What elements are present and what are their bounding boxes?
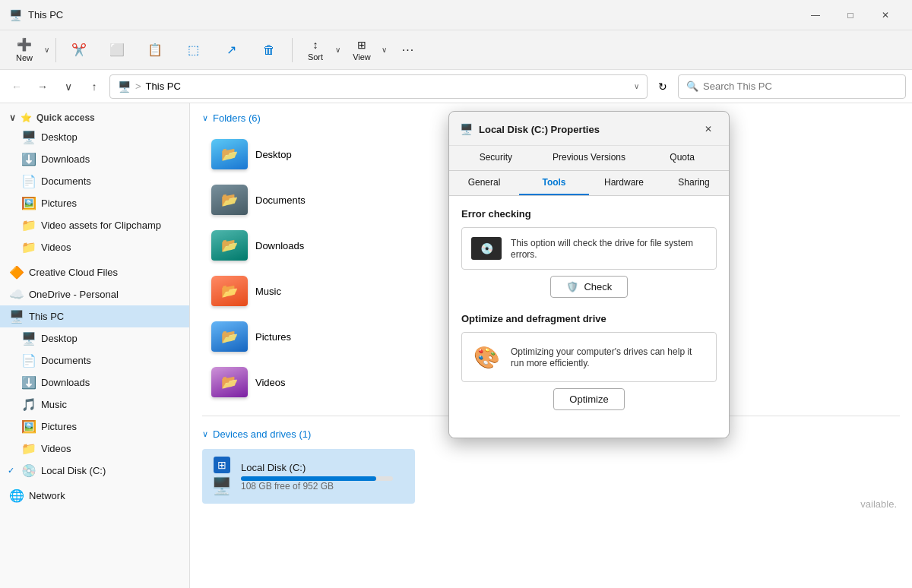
sidebar-item-pictures[interactable]: 🖼️ Pictures 📌 (0, 192, 189, 214)
content-area: ∨ Folders (6) 📂 Desktop 📂 Documents 📂 Do… (190, 103, 912, 588)
delete-icon: 🗑 (263, 43, 275, 57)
tab-sharing[interactable]: Sharing (659, 171, 729, 195)
forward-button[interactable]: → (32, 76, 53, 97)
optimize-section-title: Optimize and defragment drive (461, 313, 717, 324)
path-dropdown-arrow[interactable]: ∨ (634, 82, 639, 90)
sidebar-item-onedrive[interactable]: ☁️ OneDrive - Personal (0, 283, 189, 305)
sidebar-item-documents2[interactable]: 📄 Documents (0, 349, 189, 371)
rename-icon: ⬚ (188, 43, 199, 57)
folder-item-desktop[interactable]: 📂 Desktop (202, 133, 369, 175)
folders-chevron: ∨ (202, 113, 208, 123)
view-button-group[interactable]: ⊞ View ∨ (344, 33, 388, 67)
sidebar-item-thispc[interactable]: 🖥️ This PC (0, 305, 189, 327)
app-icon: 🖥️ (9, 9, 22, 21)
folder-icon-videos: 📂 (221, 374, 238, 390)
sidebar-item-documents[interactable]: 📄 Documents 📌 (0, 170, 189, 192)
tab-tools[interactable]: Tools (519, 171, 589, 195)
dialog-tabs-row2: General Tools Hardware Sharing (449, 171, 729, 196)
minimize-button[interactable]: — (798, 3, 833, 27)
sidebar-item-videos[interactable]: 📁 Videos (0, 236, 189, 258)
sort-button-group[interactable]: ↕ Sort ∨ (297, 33, 342, 67)
check-btn-label: Check (584, 281, 612, 292)
new-dropdown-arrow[interactable]: ∨ (43, 46, 51, 54)
paste-button[interactable]: 📋 (137, 33, 173, 67)
error-checking-box: 💿 This option will check the drive for f… (461, 227, 717, 270)
recent-locations-button[interactable]: ∨ (58, 76, 79, 97)
pictures2-icon: 🖼️ (21, 419, 35, 434)
desktop2-icon: 🖥️ (21, 331, 35, 346)
search-input[interactable] (703, 81, 898, 92)
sidebar-item-network[interactable]: 🌐 Network (0, 485, 189, 507)
maximize-button[interactable]: □ (833, 3, 868, 27)
sidebar-item-creative-cloud[interactable]: 🔶 Creative Cloud Files (0, 261, 189, 283)
sidebar-item-downloads2[interactable]: ⬇️ Downloads (0, 371, 189, 394)
view-icon: ⊞ (357, 39, 366, 51)
localdisk-icon: 💿 (21, 463, 35, 478)
dialog-titlebar: 🖥️ Local Disk (C:) Properties ✕ (449, 112, 729, 146)
quick-access-header[interactable]: ∨ ⭐ Quick access (0, 109, 189, 126)
paste-icon: 📋 (147, 43, 163, 57)
check-button[interactable]: 🛡️ Check (550, 276, 628, 298)
folder-label-music: Music (255, 286, 281, 297)
search-icon: 🔍 (686, 81, 698, 92)
view-label: View (353, 52, 371, 62)
view-dropdown-arrow[interactable]: ∨ (380, 46, 388, 54)
tab-hardware[interactable]: Hardware (589, 171, 659, 195)
properties-dialog: 🖥️ Local Disk (C:) Properties ✕ Security… (448, 111, 730, 438)
sidebar-item-videos2[interactable]: 📁 Videos (0, 438, 189, 460)
sidebar-item-downloads[interactable]: ⬇️ Downloads 📌 (0, 148, 189, 170)
main-layout: ∨ ⭐ Quick access 🖥️ Desktop 📌 ⬇️ Downloa… (0, 103, 912, 588)
tab-general[interactable]: General (449, 171, 519, 195)
rename-button[interactable]: ⬚ (175, 33, 211, 67)
new-button[interactable]: ➕ New (6, 33, 43, 67)
sort-label: Sort (308, 52, 323, 62)
cut-button[interactable]: ✂️ (61, 33, 97, 67)
delete-button[interactable]: 🗑 (251, 33, 287, 67)
pictures-icon: 🖼️ (21, 196, 35, 210)
share-button[interactable]: ↗ (213, 33, 249, 67)
folder-label-downloads: Downloads (255, 240, 304, 251)
quick-access-icon: ⭐ (21, 112, 32, 123)
more-options-button[interactable]: ··· (390, 33, 426, 67)
device-item-localdisk[interactable]: ⊞ 🖥️ Local Disk (C:) 108 GB free of 952 … (202, 449, 415, 504)
dialog-close-button[interactable]: ✕ (698, 119, 718, 139)
tab-security[interactable]: Security (449, 146, 543, 170)
folder-item-pictures[interactable]: 📂 Pictures (202, 315, 369, 358)
sidebar-item-desktop[interactable]: 🖥️ Desktop 📌 (0, 126, 189, 148)
optimize-text: Optimizing your computer's drives can he… (511, 346, 707, 368)
sort-dropdown-arrow[interactable]: ∨ (334, 46, 342, 54)
view-button[interactable]: ⊞ View (344, 33, 380, 67)
search-box[interactable]: 🔍 (678, 74, 906, 99)
tab-quota[interactable]: Quota (635, 146, 729, 170)
tab-previous-versions[interactable]: Previous Versions (543, 146, 636, 170)
device-name: Local Disk (C:) (241, 462, 406, 473)
address-path-box[interactable]: 🖥️ > This PC ∨ (109, 74, 648, 99)
sidebar-item-video-assets[interactable]: 📁 Video assets for Clipchamp (0, 214, 189, 236)
folder-item-documents[interactable]: 📂 Documents (202, 179, 369, 221)
back-button[interactable]: ← (6, 76, 27, 97)
up-button[interactable]: ↑ (84, 76, 105, 97)
window-controls: — □ ✕ (798, 3, 903, 27)
disk-small-icon: 💿 (471, 237, 502, 260)
sidebar-item-localdisk[interactable]: ✓ 💿 Local Disk (C:) (0, 460, 189, 482)
sidebar-item-music[interactable]: 🎵 Music (0, 394, 189, 416)
refresh-button[interactable]: ↻ (652, 76, 673, 97)
folder-label-documents: Documents (255, 194, 306, 206)
sidebar-item-desktop2[interactable]: 🖥️ Desktop (0, 327, 189, 349)
dialog-title-icon: 🖥️ (460, 123, 473, 135)
app-title: This PC (28, 9, 63, 21)
folder-item-downloads[interactable]: 📂 Downloads (202, 224, 369, 267)
folder-item-music[interactable]: 📂 Music (202, 270, 369, 312)
sort-button[interactable]: ↕ Sort (297, 33, 334, 67)
sidebar-item-pictures2[interactable]: 🖼️ Pictures (0, 416, 189, 438)
optimize-btn-area: Optimize (461, 388, 717, 410)
folder-icon-pictures: 📂 (221, 328, 238, 345)
copy-button[interactable]: ⬜ (99, 33, 135, 67)
folder-item-videos[interactable]: 📂 Videos (202, 361, 369, 403)
new-button-group[interactable]: ➕ New ∨ (6, 33, 51, 67)
onedrive-icon: ☁️ (9, 287, 23, 302)
close-button[interactable]: ✕ (868, 3, 903, 27)
separator-2 (292, 38, 293, 62)
folder-label-desktop: Desktop (255, 149, 292, 160)
optimize-button[interactable]: Optimize (553, 388, 624, 410)
